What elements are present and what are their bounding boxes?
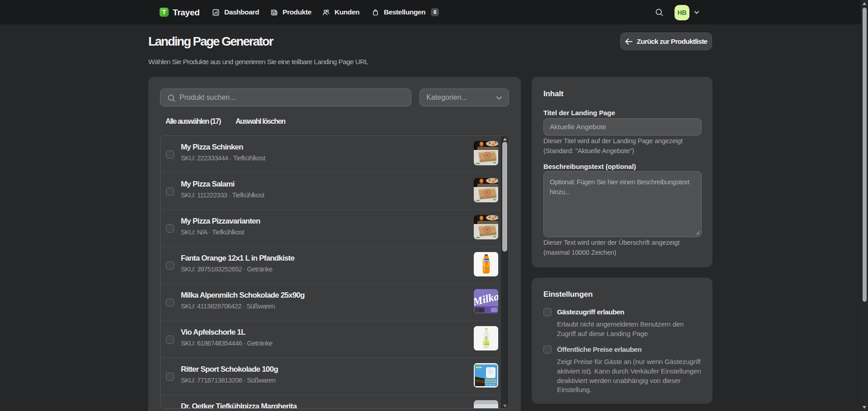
svg-text:CHOCOLATE: CHOCOLATE (484, 381, 497, 383)
svg-text:RITTER: RITTER (476, 367, 482, 369)
svg-text:ViO: ViO (485, 337, 488, 340)
svg-text:MY BEST 90g: MY BEST 90g (486, 384, 495, 386)
